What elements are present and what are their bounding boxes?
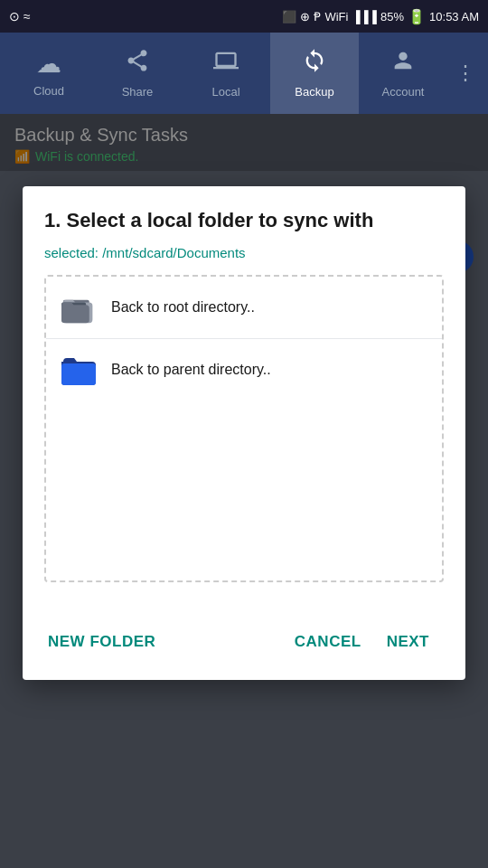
list-item[interactable]: Back to parent directory.. xyxy=(46,339,442,401)
bluetooth-icon: Ᵽ xyxy=(314,10,321,24)
share-icon xyxy=(125,48,150,80)
nav-bar: ☁ Cloud Share Local Backup xyxy=(0,33,488,114)
dialog-actions: NEW FOLDER CANCEL NEXT xyxy=(23,611,465,680)
battery-percent: 85% xyxy=(380,10,404,24)
cancel-button[interactable]: CANCEL xyxy=(284,626,372,658)
clock: 10:53 AM xyxy=(429,10,479,24)
nav-share[interactable]: Share xyxy=(93,33,182,114)
wifi-icon: WiFi xyxy=(324,10,348,24)
main-content: Backup & Sync Tasks 📶 WiFi is connected.… xyxy=(0,114,488,868)
notification-icon: ⊙ ≈ xyxy=(9,9,31,24)
cloud-icon: ☁ xyxy=(36,49,61,79)
local-icon xyxy=(213,48,239,80)
nav-local-label: Local xyxy=(211,85,239,99)
nav-cloud[interactable]: ☁ Cloud xyxy=(5,33,93,114)
dialog-overlay: 1. Select a local folder to sync with se… xyxy=(0,114,488,868)
parent-folder-icon xyxy=(61,352,97,388)
status-icons: ⬛ ⊕ Ᵽ WiFi ▐▐▐ 85% 🔋 10:53 AM xyxy=(282,8,479,25)
battery-icon: 🔋 xyxy=(408,8,426,25)
parent-dir-label: Back to parent directory.. xyxy=(111,362,271,378)
svg-rect-2 xyxy=(61,363,96,385)
new-folder-button[interactable]: NEW FOLDER xyxy=(37,626,166,658)
root-folder-icon xyxy=(61,289,97,326)
selected-path: selected: /mnt/sdcard/Documents xyxy=(44,245,444,260)
nav-backup-label: Backup xyxy=(295,85,333,99)
nav-backup[interactable]: Backup xyxy=(270,33,359,114)
backup-icon xyxy=(302,48,327,80)
nav-local[interactable]: Local xyxy=(182,33,270,114)
nav-account-label: Account xyxy=(382,85,425,99)
more-menu-button[interactable]: ⋮ xyxy=(447,61,483,85)
list-item[interactable]: Back to root directory.. xyxy=(46,277,442,339)
nav-share-label: Share xyxy=(122,85,154,99)
select-folder-dialog: 1. Select a local folder to sync with se… xyxy=(23,186,465,680)
signal-icon: ▐▐▐ xyxy=(352,10,377,24)
file-list: Back to root directory.. Back to parent … xyxy=(44,275,444,582)
nav-account[interactable]: Account xyxy=(359,33,447,114)
dialog-content: 1. Select a local folder to sync with se… xyxy=(23,186,465,611)
sim-icon: ⬛ xyxy=(282,10,296,24)
nav-cloud-label: Cloud xyxy=(33,84,64,98)
root-dir-label: Back to root directory.. xyxy=(111,299,255,316)
right-actions: CANCEL NEXT xyxy=(273,618,451,665)
status-bar: ⊙ ≈ ⬛ ⊕ Ᵽ WiFi ▐▐▐ 85% 🔋 10:53 AM xyxy=(0,0,488,33)
next-button[interactable]: NEXT xyxy=(376,626,440,658)
more-icon: ⋮ xyxy=(455,61,475,85)
sync-icon: ⊕ xyxy=(300,10,310,24)
dialog-title: 1. Select a local folder to sync with xyxy=(44,208,444,234)
status-bar-left-icons: ⊙ ≈ xyxy=(9,9,31,24)
account-icon xyxy=(390,48,416,80)
